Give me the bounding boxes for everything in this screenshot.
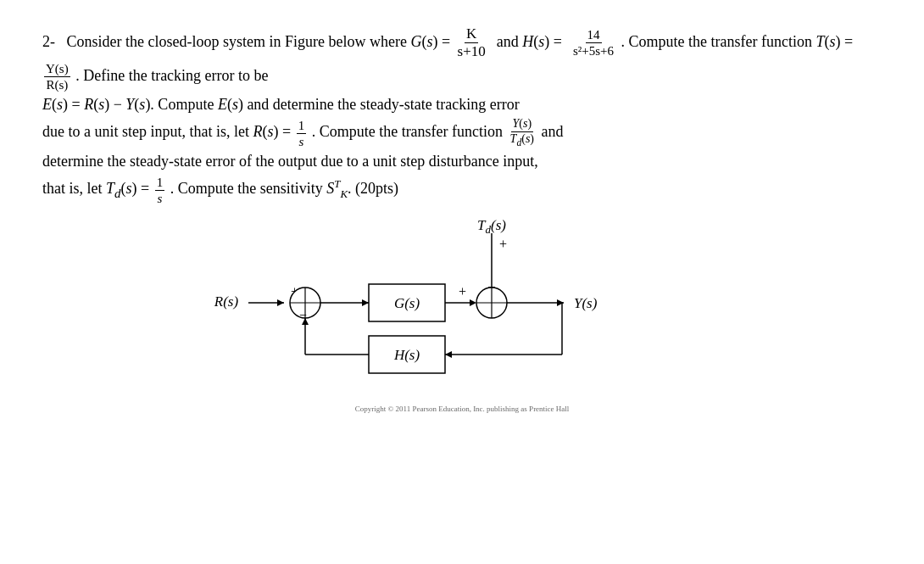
that-is-line: that is, let Td(s) = bbox=[42, 180, 153, 197]
Rs-label: R(s) bbox=[214, 293, 239, 310]
and3: and bbox=[542, 123, 564, 140]
one-s-fraction: 1 s bbox=[297, 118, 307, 149]
Hs-label: H(s) bbox=[393, 347, 420, 363]
plus-Td: + bbox=[499, 237, 507, 251]
compute-T-label: Compute the transfer function T(s) = bbox=[629, 33, 854, 50]
dot-sep: . bbox=[621, 33, 626, 50]
Gs-label: G(s) bbox=[394, 295, 420, 311]
Ys-label: Y(s) bbox=[574, 295, 598, 311]
G-sum2-arrowhead bbox=[470, 299, 476, 306]
compute-tf-label: . Compute the transfer function bbox=[312, 123, 507, 140]
diagram-svg: Td(s) + R(s) + − G(s) bbox=[191, 215, 733, 401]
YR-fraction: Y(s) R(s) bbox=[44, 61, 70, 92]
problem-number: 2- bbox=[42, 33, 63, 50]
block-diagram: Td(s) + R(s) + − G(s) bbox=[42, 215, 882, 401]
fb-H-arrowhead bbox=[445, 351, 452, 358]
page: 2- Consider the closed-loop system in Fi… bbox=[0, 0, 924, 564]
compute-sens-label: . Compute the sensitivity STK. (20pts) bbox=[170, 180, 398, 197]
unit-step-line: due to a unit step input, that is, let R… bbox=[42, 123, 295, 140]
Y-Td-fraction: Y(s) Td(s) bbox=[509, 117, 536, 149]
copyright-text: Copyright © 2011 Pearson Education, Inc.… bbox=[42, 405, 882, 413]
sum2-Y-arrowhead bbox=[557, 299, 564, 306]
Td-label: Td(s) bbox=[477, 217, 506, 236]
determine2-line: determine the steady-state error of the … bbox=[42, 153, 538, 170]
Rs-arrowhead bbox=[277, 299, 284, 306]
define-tracking: . Define the tracking error to be bbox=[75, 66, 268, 83]
intro-text: Consider the closed-loop system in Figur… bbox=[67, 33, 454, 50]
problem-text: 2- Consider the closed-loop system in Fi… bbox=[42, 25, 882, 206]
E-equation: E(s) = R(s) − Y(s). Compute E(s) and det… bbox=[42, 96, 520, 113]
one-s2-fraction: 1 s bbox=[155, 175, 165, 206]
sum1-G-arrowhead bbox=[362, 299, 369, 306]
and-text: and H(s) = bbox=[493, 33, 565, 50]
H-fraction: 14 s²+5s+6 bbox=[571, 27, 615, 59]
K-fraction: K s+10 bbox=[456, 25, 487, 61]
plus-sum2-left: + bbox=[459, 284, 466, 299]
